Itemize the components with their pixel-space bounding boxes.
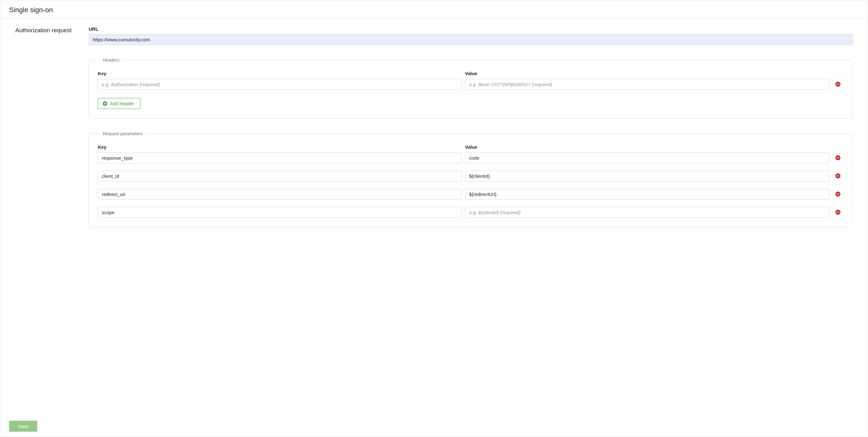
- url-label: URL: [89, 26, 852, 32]
- headers-value-label: Value: [465, 71, 829, 76]
- page-container: Single sign-on Authorization request URL…: [0, 0, 868, 437]
- param-value-input[interactable]: [465, 207, 829, 218]
- header-value-input[interactable]: [465, 79, 829, 90]
- params-key-label: Key: [98, 144, 462, 149]
- param-key-input[interactable]: [98, 207, 462, 218]
- svg-rect-6: [837, 158, 839, 158]
- plus-circle-icon: [102, 101, 107, 106]
- authorization-request-section: Authorization request URL Headers Key Va…: [16, 26, 852, 228]
- headers-legend: Headers: [100, 58, 123, 63]
- svg-rect-12: [837, 212, 839, 212]
- param-value-input[interactable]: [465, 189, 829, 200]
- header-key-input[interactable]: [98, 79, 462, 90]
- svg-rect-10: [837, 194, 839, 194]
- param-key-input[interactable]: [98, 153, 462, 163]
- svg-rect-1: [837, 84, 839, 85]
- section-title: Authorization request: [16, 26, 81, 34]
- remove-param-button[interactable]: [832, 189, 843, 200]
- params-legend: Request parameters: [100, 131, 146, 136]
- remove-param-button[interactable]: [832, 152, 843, 163]
- param-row: [98, 189, 843, 200]
- section-body: URL Headers Key Value: [89, 26, 852, 228]
- svg-rect-8: [837, 176, 839, 176]
- headers-columns: Key Value: [98, 71, 843, 76]
- param-row: [98, 207, 843, 218]
- param-key-input[interactable]: [98, 189, 462, 200]
- add-header-button[interactable]: Add header: [98, 98, 141, 109]
- minus-circle-icon: [835, 173, 841, 179]
- param-row: [98, 152, 843, 163]
- remove-header-button[interactable]: [832, 78, 843, 90]
- minus-circle-icon: [835, 155, 841, 161]
- footer: Save: [0, 417, 868, 437]
- param-row: [98, 170, 843, 181]
- svg-rect-4: [104, 103, 106, 104]
- param-key-input[interactable]: [98, 171, 462, 181]
- headers-fieldset: Headers Key Value: [89, 58, 852, 119]
- url-input[interactable]: [89, 34, 852, 45]
- params-fieldset: Request parameters Key Value: [89, 131, 852, 228]
- save-button[interactable]: Save: [9, 421, 37, 432]
- params-columns: Key Value: [98, 144, 843, 149]
- header-row: [98, 78, 843, 90]
- remove-param-button[interactable]: [832, 170, 843, 181]
- param-value-input[interactable]: [465, 171, 829, 181]
- remove-param-button[interactable]: [832, 207, 843, 218]
- params-value-label: Value: [465, 144, 829, 149]
- scroll-area[interactable]: Authorization request URL Headers Key Va…: [0, 19, 868, 437]
- page-title: Single sign-on: [0, 0, 868, 19]
- minus-circle-icon: [835, 81, 841, 87]
- add-header-label: Add header: [110, 101, 134, 106]
- headers-key-label: Key: [98, 71, 462, 76]
- minus-circle-icon: [835, 209, 841, 215]
- param-value-input[interactable]: [465, 153, 829, 163]
- minus-circle-icon: [835, 191, 841, 197]
